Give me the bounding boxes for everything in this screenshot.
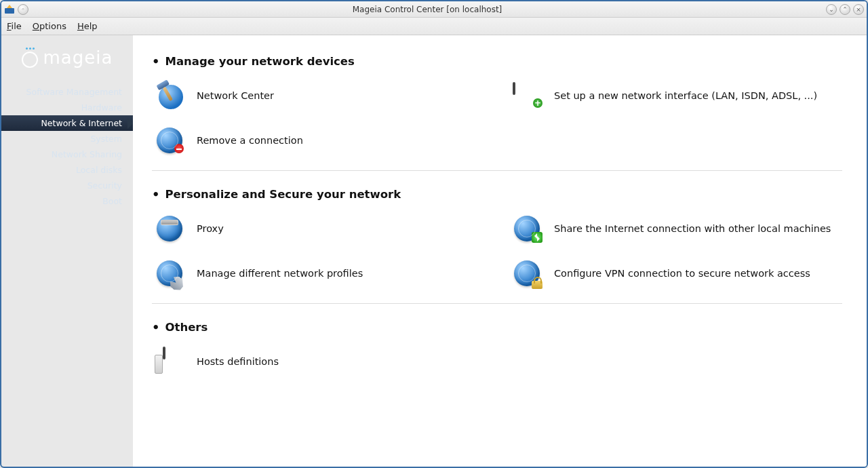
- separator: [152, 303, 842, 304]
- tool-network-profiles[interactable]: Manage different network profiles: [155, 257, 485, 290]
- new-interface-icon: +: [512, 81, 542, 111]
- sidebar-item-security[interactable]: Security: [1, 178, 133, 193]
- sidebar-item-boot[interactable]: Boot: [1, 193, 133, 209]
- window-title: Mageia Control Center [on localhost]: [28, 5, 826, 14]
- sidebar: mageia Software Management Hardware Netw…: [1, 35, 133, 467]
- hosts-icon: [155, 347, 184, 376]
- sidebar-items: Software Management Hardware Network & I…: [1, 84, 133, 209]
- sidebar-item-network-internet[interactable]: Network & Internet: [1, 115, 133, 131]
- tool-share-internet[interactable]: Share the Internet connection with other…: [512, 212, 842, 245]
- logo: mageia: [1, 47, 133, 68]
- section-title-personalize-secure: Personalize and Secure your network: [152, 187, 842, 201]
- tool-remove-connection[interactable]: Remove a connection: [155, 124, 485, 157]
- section-title-manage-devices: Manage your network devices: [152, 54, 842, 69]
- tool-proxy[interactable]: Proxy: [155, 212, 485, 245]
- sidebar-item-system[interactable]: System: [1, 131, 133, 147]
- maximize-button[interactable]: ⌃: [840, 4, 850, 15]
- svg-rect-0: [5, 8, 14, 14]
- tool-vpn[interactable]: Configure VPN connection to secure netwo…: [512, 257, 842, 290]
- tool-new-interface[interactable]: + Set up a new network interface (LAN, I…: [512, 79, 842, 112]
- logo-text: mageia: [43, 47, 113, 68]
- menu-file[interactable]: File: [7, 21, 22, 31]
- titlebar: ◦ Mageia Control Center [on localhost] ⌄…: [1, 1, 867, 18]
- section-title-others: Others: [152, 320, 842, 334]
- menubar: File Options Help: [1, 18, 867, 35]
- close-button[interactable]: ×: [853, 4, 864, 15]
- minimize-button[interactable]: ⌄: [826, 4, 837, 15]
- network-center-icon: [155, 81, 184, 111]
- tool-network-center[interactable]: Network Center: [155, 79, 485, 112]
- sidebar-item-hardware[interactable]: Hardware: [1, 100, 133, 115]
- mageia-logo-icon: [22, 49, 39, 66]
- content-pane: Manage your network devices Network Cent…: [133, 35, 867, 467]
- proxy-icon: [155, 214, 184, 243]
- sidebar-item-software-management[interactable]: Software Management: [1, 84, 133, 100]
- menu-options[interactable]: Options: [33, 21, 66, 31]
- network-profiles-icon: [155, 258, 184, 288]
- menu-help[interactable]: Help: [77, 21, 98, 31]
- vpn-icon: [512, 258, 542, 288]
- share-internet-icon: [512, 214, 542, 243]
- app-icon: [4, 4, 15, 15]
- tool-hosts-definitions[interactable]: Hosts definitions: [155, 345, 485, 378]
- window-menu-button[interactable]: ◦: [18, 4, 28, 15]
- sidebar-item-network-sharing[interactable]: Network Sharing: [1, 147, 133, 162]
- separator: [152, 170, 842, 171]
- sidebar-item-local-disks[interactable]: Local disks: [1, 162, 133, 178]
- remove-connection-icon: [155, 125, 184, 155]
